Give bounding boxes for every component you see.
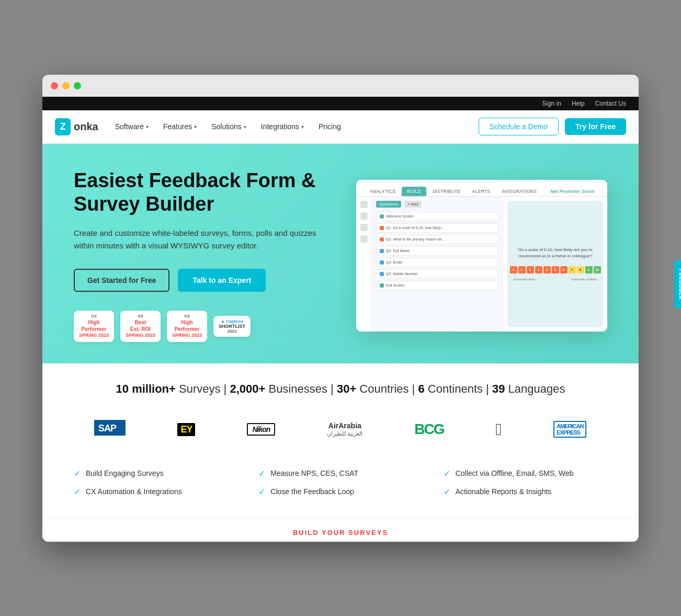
feature-label: Measure NPS, CES, CSAT [270, 469, 358, 477]
question-item-email[interactable]: Q4. Email [376, 258, 498, 267]
question-dot [380, 283, 384, 288]
sign-in-link[interactable]: Sign in [542, 100, 561, 107]
nps-label-high: Extremely unlikely [572, 278, 597, 281]
question-item-nps[interactable]: Q1. On a scale of 0-10, how likely... [376, 223, 498, 233]
logo-badge: Z [55, 118, 71, 135]
nps-btn-5[interactable]: 5 [552, 266, 559, 273]
question-dot [380, 249, 384, 253]
nps-btn-0[interactable]: 0 [510, 266, 517, 273]
nps-btn-4[interactable]: 4 [543, 266, 551, 273]
nps-scale: 0 1 2 3 4 5 6 7 8 9 10 [510, 266, 601, 273]
features-section: ✓ Build Engaging Surveys ✓ Measure NPS, … [42, 458, 639, 518]
toolbar-questions[interactable]: Questions [376, 201, 401, 208]
g2-mid-market-badge: G2 HighPerformer SPRING 2023 [167, 311, 207, 342]
stat-surveys: 10 million+ [116, 382, 176, 395]
contact-us-link[interactable]: Contact Us [595, 100, 626, 107]
nps-btn-9[interactable]: 9 [585, 266, 593, 273]
schedule-demo-button[interactable]: Schedule a Demo [479, 118, 559, 135]
app-tab-build[interactable]: BUILD [402, 187, 426, 196]
app-screenshot: ANALYTICS BUILD DISTRIBUTE ALERTS INTEGR… [356, 180, 607, 332]
sidebar-icon [360, 224, 368, 231]
question-item-name[interactable]: Q3. Full Name [376, 246, 498, 256]
question-label: Q3. Full Name [386, 249, 410, 253]
nps-btn-8[interactable]: 8 [577, 266, 584, 273]
question-item-reason[interactable]: Q2. What is the primary reason for... [376, 235, 498, 244]
nav-item-integrations[interactable]: Integrations ▾ [261, 122, 304, 131]
nav-link-pricing[interactable]: Pricing [319, 122, 341, 131]
talk-to-expert-button[interactable]: Talk to an Expert [178, 269, 266, 292]
feature-label: CX Automation & Integrations [86, 487, 182, 496]
stat-businesses: 2,000+ [230, 382, 265, 395]
nav-item-solutions[interactable]: Solutions ▾ [211, 122, 246, 131]
survey-preview-panel: On a scale of 0-10, how likely are you t… [503, 197, 607, 332]
nps-btn-2[interactable]: 2 [527, 266, 534, 273]
air-arabia-arabic: العربية للطيران [327, 430, 362, 437]
app-tab-analytics[interactable]: ANALYTICS [365, 187, 401, 196]
sidebar-icon [360, 235, 368, 243]
nps-btn-3[interactable]: 3 [535, 266, 542, 273]
question-dot [380, 226, 384, 230]
feature-label: Close the Feedback Loop [270, 487, 354, 496]
get-started-free-button[interactable]: Get Started for Free [74, 269, 169, 292]
try-for-free-button[interactable]: Try for Free [565, 118, 626, 135]
question-label: Q4. Email [386, 260, 402, 264]
stats-text: 10 million+ Surveys | 2,000+ Businesses … [74, 382, 607, 396]
air-arabia-text: AirArabia [327, 421, 362, 430]
question-item-welcome[interactable]: Welcome Screen [376, 212, 498, 221]
chevron-down-icon: ▾ [301, 124, 304, 130]
traffic-light-green[interactable] [74, 82, 81, 89]
nps-label-low: Extremely likely [514, 278, 536, 281]
nav-link-solutions[interactable]: Solutions ▾ [211, 122, 246, 131]
check-icon: ✓ [74, 487, 81, 497]
toolbar-add[interactable]: + Add [404, 201, 422, 208]
nav-links: Software ▾ Features ▾ Solutions ▾ Integr… [115, 122, 479, 131]
feature-label: Actionable Reports & Insights [456, 487, 552, 496]
browser-window: Sign in Help Contact Us Z onka Software … [42, 75, 639, 542]
app-main-content: Questions + Add Welcome Screen Q1. On a … [372, 197, 503, 332]
nps-btn-7[interactable]: 7 [569, 266, 576, 273]
nps-btn-6[interactable]: 6 [560, 266, 568, 273]
traffic-light-red[interactable] [51, 82, 58, 89]
nav-link-features[interactable]: Features ▾ [163, 122, 197, 131]
stat-languages: 39 [492, 382, 505, 395]
nav-item-features[interactable]: Features ▾ [163, 122, 197, 131]
question-dot [380, 214, 384, 219]
logo-apple:  [496, 420, 502, 439]
logo-american-express: AMERICANEXPRESS [553, 421, 586, 438]
question-label: Q2. What is the primary reason for... [386, 237, 445, 241]
nps-btn-1[interactable]: 1 [518, 266, 526, 273]
hero-title: Easiest Feedback Form & Survey Builder [74, 169, 335, 216]
traffic-light-yellow[interactable] [62, 82, 70, 89]
logo[interactable]: Z onka [55, 118, 98, 135]
logo-air-arabia: AirArabia العربية للطيران [327, 421, 362, 437]
check-icon: ✓ [444, 487, 450, 497]
app-body: Questions + Add Welcome Screen Q1. On a … [356, 197, 607, 332]
app-sidebar [356, 197, 372, 332]
feature-collect-channels: ✓ Collect via Offline, Email, SMS, Web [444, 469, 607, 478]
stats-bar: 10 million+ Surveys | 2,000+ Businesses … [42, 363, 639, 415]
chevron-down-icon: ▾ [244, 124, 246, 130]
question-item-mobile[interactable]: Q5. Mobile Number [376, 269, 498, 279]
question-list: Welcome Screen Q1. On a scale of 0-10, h… [376, 212, 498, 290]
sidebar-icon [360, 201, 368, 208]
feedback-tab[interactable]: Feedback [674, 260, 681, 308]
check-icon: ✓ [444, 469, 450, 478]
main-nav: Z onka Software ▾ Features ▾ Solutions ▾ [42, 110, 639, 144]
nav-link-integrations[interactable]: Integrations ▾ [261, 122, 304, 131]
app-tab-distribute[interactable]: DISTRIBUTE [427, 187, 466, 196]
chevron-down-icon: ▾ [194, 124, 197, 130]
nav-item-pricing[interactable]: Pricing [319, 122, 341, 131]
nps-btn-10[interactable]: 10 [594, 266, 601, 273]
question-label: Q1. On a scale of 0-10, how likely... [386, 226, 444, 230]
client-logos: SAP EY Nikon AirArabia العربية للطيران B… [42, 415, 639, 458]
nav-link-software[interactable]: Software ▾ [115, 122, 149, 131]
app-tab-integrations[interactable]: INTEGRATIONS [496, 187, 542, 196]
nav-item-software[interactable]: Software ▾ [115, 122, 149, 131]
question-item-exit[interactable]: Exit Screen [376, 281, 498, 290]
app-tab-alerts[interactable]: ALERTS [467, 187, 495, 196]
browser-chrome [42, 75, 639, 97]
nps-labels: Extremely likely Extremely unlikely [514, 278, 597, 281]
hero-buttons: Get Started for Free Talk to an Expert [74, 269, 335, 292]
stat-continents: 6 [418, 382, 424, 395]
help-link[interactable]: Help [572, 100, 585, 107]
